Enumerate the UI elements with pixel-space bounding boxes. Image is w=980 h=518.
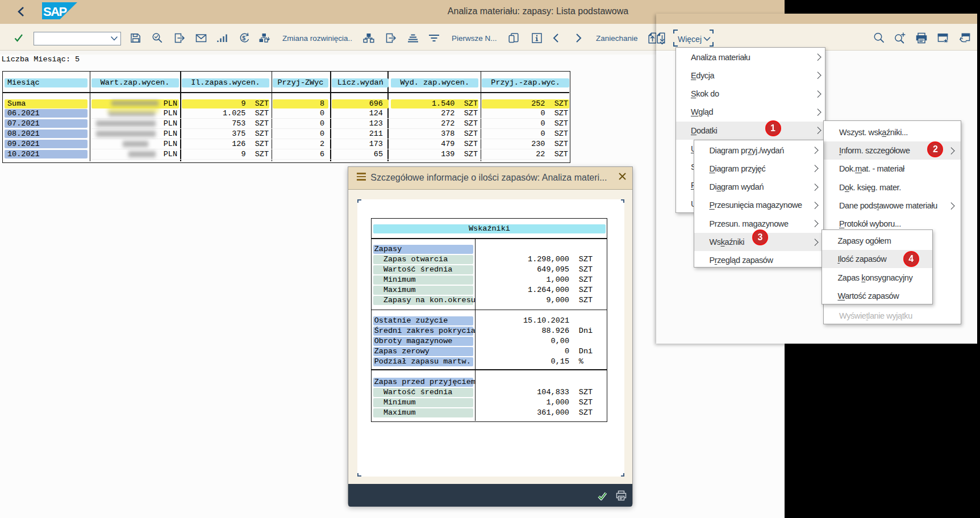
svg-text:SAP: SAP xyxy=(43,5,67,19)
svg-text:$: $ xyxy=(242,35,245,41)
